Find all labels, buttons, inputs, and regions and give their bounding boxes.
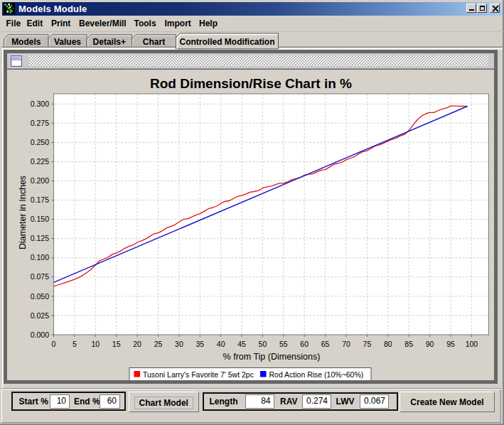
svg-text:Controlled Modification: Controlled Modification (180, 37, 275, 47)
svg-text:90: 90 (425, 339, 434, 348)
svg-text:45: 45 (237, 339, 246, 348)
svg-text:0.150: 0.150 (30, 215, 48, 223)
svg-text:35: 35 (195, 339, 204, 348)
svg-text:0.300: 0.300 (30, 99, 48, 107)
svg-text:0.275: 0.275 (30, 118, 48, 127)
svg-text:0.025: 0.025 (30, 311, 48, 319)
svg-text:Values: Values (54, 37, 81, 47)
svg-text:% from Tip (Dimensions): % from Tip (Dimensions) (222, 351, 320, 361)
svg-text:5: 5 (72, 339, 76, 348)
svg-text:100: 100 (465, 339, 478, 348)
svg-text:75: 75 (363, 339, 371, 348)
svg-text:40: 40 (216, 339, 225, 348)
svg-text:0: 0 (51, 339, 55, 348)
svg-text:85: 85 (404, 339, 413, 348)
svg-text:10: 10 (91, 339, 100, 348)
svg-text:55: 55 (279, 339, 287, 348)
svg-text:0.100: 0.100 (30, 253, 48, 262)
svg-text:65: 65 (321, 339, 329, 348)
svg-text:Rod Dimension/Rise Chart in %: Rod Dimension/Rise Chart in % (150, 75, 352, 90)
svg-text:Rod Action Rise (10%~60%): Rod Action Rise (10%~60%) (269, 370, 363, 378)
svg-text:95: 95 (446, 339, 455, 348)
svg-text:0.225: 0.225 (30, 157, 48, 166)
svg-text:15: 15 (112, 339, 120, 348)
svg-text:50: 50 (258, 339, 267, 348)
svg-text:30: 30 (175, 339, 183, 348)
svg-text:0.050: 0.050 (30, 291, 48, 300)
svg-text:Chart: Chart (143, 37, 165, 47)
svg-text:25: 25 (154, 339, 162, 348)
svg-text:80: 80 (383, 339, 392, 348)
svg-text:Details+: Details+ (93, 37, 126, 47)
svg-text:0.125: 0.125 (30, 234, 48, 242)
svg-text:70: 70 (342, 339, 350, 348)
svg-text:0.250: 0.250 (30, 138, 48, 146)
svg-text:0.200: 0.200 (30, 176, 48, 185)
svg-text:Diameter in Inches: Diameter in Inches (18, 175, 28, 249)
svg-text:0.175: 0.175 (30, 195, 48, 204)
svg-text:20: 20 (133, 339, 141, 348)
svg-text:Models: Models (11, 37, 41, 47)
svg-text:0.075: 0.075 (30, 272, 48, 281)
svg-text:Tusoni Larry's Favorite 7' 5wt: Tusoni Larry's Favorite 7' 5wt 2pc (143, 370, 254, 378)
svg-text:60: 60 (300, 339, 309, 348)
svg-text:0.000: 0.000 (30, 330, 48, 338)
